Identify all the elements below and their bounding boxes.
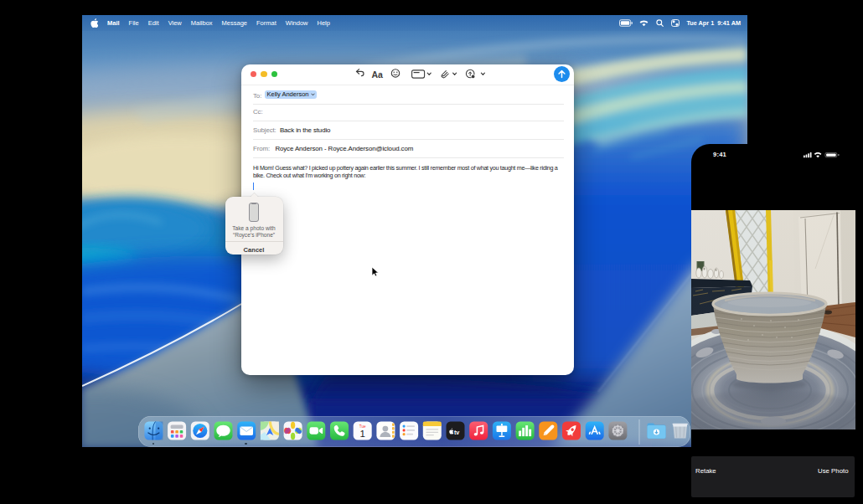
svg-text:tv: tv — [453, 428, 458, 435]
svg-text:1: 1 — [359, 428, 364, 438]
